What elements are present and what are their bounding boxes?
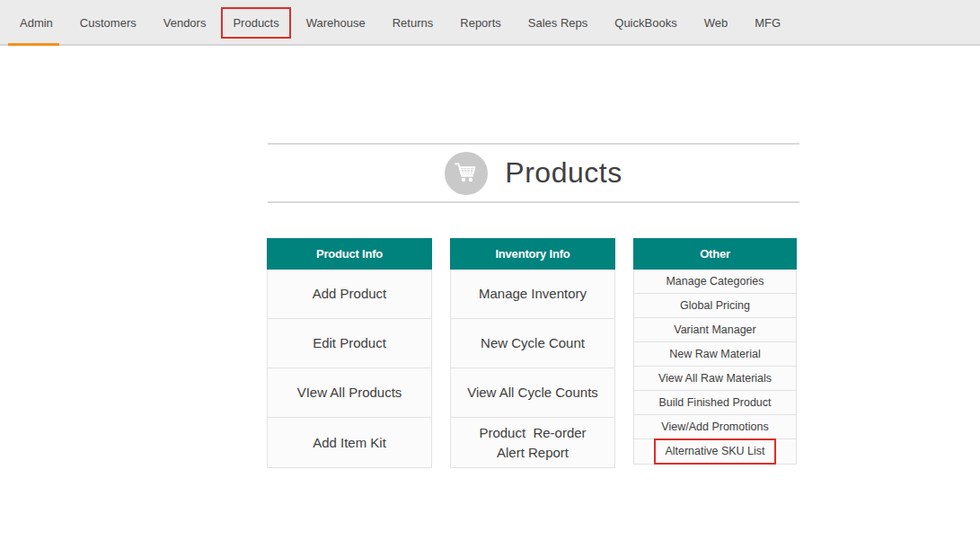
nav-tab-sales-reps[interactable]: Sales Reps (516, 7, 599, 39)
nav-tab-web[interactable]: Web (693, 7, 740, 39)
menu-item-manage-inventory[interactable]: Manage Inventory (451, 270, 614, 319)
card-other: Other Manage Categories Global Pricing V… (633, 238, 797, 465)
menu-item-view-all-cycle-counts[interactable]: View All Cycle Counts (451, 368, 614, 418)
nav-tab-label: Customers (80, 16, 137, 30)
nav-tab-returns[interactable]: Returns (381, 7, 446, 39)
nav-tab-label: Products (233, 16, 278, 30)
menu-item-global-pricing[interactable]: Global Pricing (634, 294, 796, 318)
menu-item-add-item-kit[interactable]: Add Item Kit (268, 418, 431, 467)
top-nav: Admin Customers Vendors Products Warehou… (0, 0, 980, 46)
nav-tab-label: MFG (755, 16, 781, 30)
card-header-inventory-info: Inventory Info (450, 238, 615, 270)
nav-tab-label: Warehouse (306, 16, 366, 30)
menu-item-add-product[interactable]: Add Product (268, 270, 431, 319)
active-tab-indicator (8, 43, 59, 46)
menu-item-build-finished-product[interactable]: Build Finished Product (634, 391, 796, 415)
menu-item-manage-categories[interactable]: Manage Categories (634, 270, 796, 294)
card-inventory-info: Inventory Info Manage Inventory New Cycl… (450, 238, 615, 468)
menu-item-product-reorder-alert-report[interactable]: Product Re-order Alert Report (451, 418, 614, 467)
nav-tab-warehouse[interactable]: Warehouse (295, 7, 377, 39)
card-header-product-info: Product Info (267, 238, 432, 270)
nav-tab-admin[interactable]: Admin (8, 7, 65, 39)
menu-item-new-cycle-count[interactable]: New Cycle Count (451, 319, 614, 368)
menu-item-view-all-raw-materials[interactable]: View All Raw Materials (634, 367, 796, 391)
page-header: Products (268, 143, 799, 203)
nav-tab-vendors[interactable]: Vendors (152, 7, 218, 39)
nav-tab-label: Admin (20, 16, 53, 30)
menu-item-variant-manager[interactable]: Variant Manager (634, 318, 796, 342)
nav-tab-label: QuickBooks (614, 16, 676, 30)
card-product-info: Product Info Add Product Edit Product VI… (267, 238, 432, 468)
cart-icon (445, 152, 488, 195)
menu-item-edit-product[interactable]: Edit Product (268, 319, 431, 368)
nav-tab-label: Web (704, 16, 728, 30)
menu-item-view-all-products[interactable]: VIew All Products (268, 368, 431, 418)
nav-tab-label: Reports (460, 16, 501, 30)
nav-tab-customers[interactable]: Customers (68, 7, 148, 39)
nav-tab-label: Sales Reps (528, 16, 587, 30)
nav-tab-label: Vendors (163, 16, 207, 30)
nav-tab-label: Returns (393, 16, 434, 30)
page-title: Products (505, 156, 622, 190)
menu-item-new-raw-material[interactable]: New Raw Material (634, 342, 796, 367)
card-header-other: Other (633, 238, 797, 270)
nav-tab-products[interactable]: Products (221, 7, 290, 39)
menu-item-alternative-sku-list[interactable]: Alternative SKU List (634, 439, 796, 464)
alternative-sku-highlight-box: Alternative SKU List (654, 438, 775, 464)
menu-cards: Product Info Add Product Edit Product VI… (267, 238, 797, 468)
nav-tab-reports[interactable]: Reports (448, 7, 513, 39)
menu-item-view-add-promotions[interactable]: View/Add Promotions (634, 415, 796, 439)
nav-tab-mfg[interactable]: MFG (743, 7, 792, 39)
nav-tab-quickbooks[interactable]: QuickBooks (603, 7, 688, 39)
